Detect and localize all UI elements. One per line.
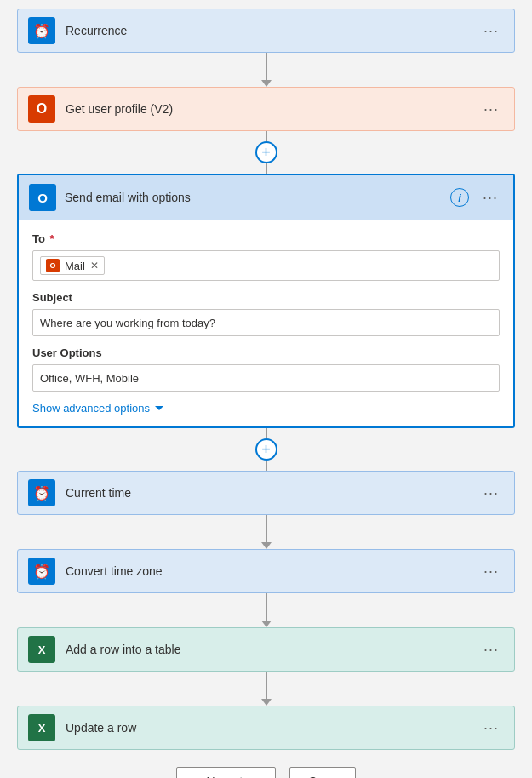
recurrence-label: Recurrence <box>66 24 478 37</box>
plus-connector-1: + <box>255 131 277 174</box>
arrow-head-4 <box>261 699 272 706</box>
send-email-title: Send email with options <box>65 191 450 204</box>
arrow-1 <box>261 53 272 87</box>
current-time-icon: ⏰ <box>28 479 55 506</box>
step-get-user-profile[interactable]: O Get user profile (V2) ··· <box>17 87 515 131</box>
update-row-label: Update a row <box>66 721 478 735</box>
step-update-row[interactable]: X Update a row ··· <box>17 706 515 750</box>
plus-connector-2: + <box>255 428 277 471</box>
add-row-table-label: Add a row into a table <box>66 643 478 656</box>
info-icon-button[interactable]: i <box>450 188 469 207</box>
arrow-line-2 <box>266 515 267 542</box>
to-tag-chip: O Mail ✕ <box>40 256 105 275</box>
to-tag-close-button[interactable]: ✕ <box>90 260 99 272</box>
arrow-3 <box>261 593 272 627</box>
arrow-head-1 <box>261 80 272 87</box>
arrow-head-3 <box>261 621 272 627</box>
step-recurrence[interactable]: ⏰ Recurrence ··· <box>17 9 515 53</box>
step-add-row-table[interactable]: X Add a row into a table ··· <box>17 627 515 672</box>
update-row-icon: X <box>28 714 55 741</box>
current-time-more-button[interactable]: ··· <box>478 481 504 506</box>
user-options-input[interactable]: Office, WFH, Mobile <box>32 364 500 392</box>
user-options-value: Office, WFH, Mobile <box>40 372 139 385</box>
office-tag-icon: O <box>46 259 60 272</box>
recurrence-icon: ⏰ <box>28 17 55 44</box>
convert-time-zone-more-button[interactable]: ··· <box>478 559 504 584</box>
step-current-time[interactable]: ⏰ Current time ··· <box>17 471 515 515</box>
send-email-more-button[interactable]: ··· <box>478 186 503 210</box>
subject-field-input[interactable]: Where are you working from today? <box>32 309 500 336</box>
to-field-input[interactable]: O Mail ✕ <box>32 250 500 281</box>
user-options-label: User Options <box>32 346 500 359</box>
add-step-button-2[interactable]: + <box>255 438 277 461</box>
update-row-more-button[interactable]: ··· <box>478 716 504 741</box>
arrow-line-3 <box>266 593 267 621</box>
subject-field-label: Subject <box>32 291 500 304</box>
expanded-body: To * O Mail ✕ Subject Where are you work… <box>19 220 513 426</box>
arrow-line-4 <box>266 672 267 699</box>
to-tag-label: Mail <box>65 260 85 272</box>
convert-time-zone-icon: ⏰ <box>28 558 55 585</box>
add-row-table-icon: X <box>28 636 55 663</box>
step-convert-time-zone[interactable]: ⏰ Convert time zone ··· <box>17 549 515 593</box>
save-button[interactable]: Save <box>289 767 356 778</box>
show-advanced-label: Show advanced options <box>32 402 150 415</box>
to-field-label: To * <box>32 232 500 245</box>
chevron-down-icon <box>155 406 163 410</box>
current-time-label: Current time <box>66 486 478 500</box>
get-user-profile-label: Get user profile (V2) <box>66 102 478 116</box>
recurrence-more-button[interactable]: ··· <box>478 19 504 43</box>
flow-container: ⏰ Recurrence ··· O Get user profile (V2)… <box>17 9 515 778</box>
subject-value: Where are you working from today? <box>40 317 215 329</box>
show-advanced-options-button[interactable]: Show advanced options <box>32 402 500 415</box>
arrow-2 <box>261 515 272 549</box>
new-step-button[interactable]: + New step <box>176 767 275 778</box>
add-row-table-more-button[interactable]: ··· <box>478 638 504 662</box>
send-email-icon: O <box>29 184 56 211</box>
step-send-email-expanded: O Send email with options i ··· To * O M… <box>17 174 515 428</box>
bottom-actions: + New step Save <box>176 767 355 778</box>
get-user-profile-icon: O <box>28 95 55 123</box>
arrow-head-2 <box>261 542 272 549</box>
add-step-button-1[interactable]: + <box>255 141 277 163</box>
expanded-header: O Send email with options i ··· <box>19 175 513 220</box>
convert-time-zone-label: Convert time zone <box>66 564 478 578</box>
get-user-profile-more-button[interactable]: ··· <box>478 97 504 122</box>
arrow-4 <box>261 672 272 706</box>
arrow-line-1 <box>266 53 267 80</box>
